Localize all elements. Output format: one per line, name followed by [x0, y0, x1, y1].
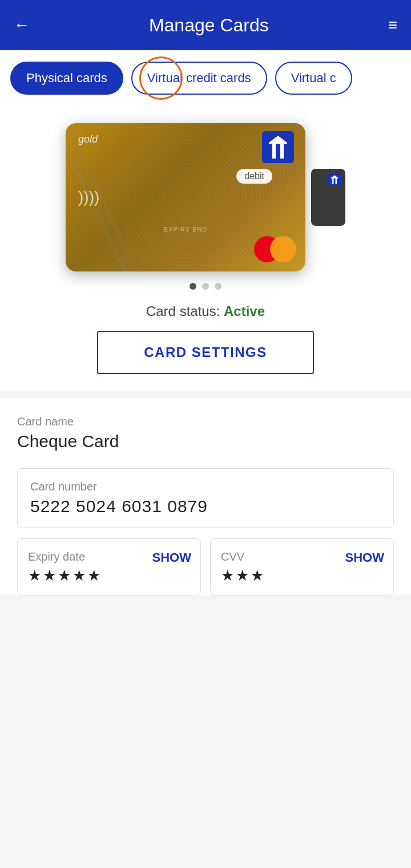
cvv-masked-value: ★★★	[221, 567, 383, 585]
card-number-field: Card number 5222 5024 6031 0879	[17, 468, 394, 528]
tab-physical-cards[interactable]: Physical cards	[10, 62, 123, 95]
page-title: Manage Cards	[149, 15, 269, 36]
card-details: Card name Cheque Card Card number 5222 5…	[0, 398, 411, 595]
menu-icon[interactable]: ≡	[388, 16, 397, 34]
cvv-show-button[interactable]: SHOW	[345, 550, 384, 565]
tab-virtual-credit-cards[interactable]: Virtual credit cards	[131, 62, 267, 95]
dot-1	[190, 283, 196, 290]
dot-3	[215, 283, 221, 290]
bottom-row: Expiry date SHOW ★★★★★ CVV SHOW ★★★	[17, 538, 394, 595]
tab-bar: Physical cards Virtual credit cards Virt…	[0, 50, 411, 106]
nfc-icon: ))))	[78, 188, 99, 206]
card-number-label: Card number	[30, 480, 381, 493]
expiry-masked-value: ★★★★★	[28, 567, 190, 585]
virtual-tab-wrapper: Virtual credit cards	[131, 62, 267, 95]
card-name-label: Card name	[17, 415, 394, 428]
card-debit-badge: debit	[236, 169, 272, 184]
card-name-value: Cheque Card	[17, 432, 394, 451]
expiry-date-field: Expiry date SHOW ★★★★★	[17, 538, 201, 595]
card-number-value: 5222 5024 6031 0879	[30, 497, 381, 516]
card-expiry-placeholder: EXPIRY END	[164, 226, 207, 233]
card-name-field: Card name Cheque Card	[17, 415, 394, 451]
card-status-row: Card status: Active	[146, 303, 265, 319]
header: ← Manage Cards ≡	[0, 0, 411, 50]
card-carousel: gold )))) debit EXPIRY END	[0, 123, 411, 271]
next-card-logo	[328, 173, 341, 186]
cvv-field: CVV SHOW ★★★	[210, 538, 394, 595]
card-next-thumb	[311, 169, 345, 226]
mastercard-orange-circle	[270, 236, 296, 262]
card-type-label: gold	[78, 133, 98, 145]
card-status-label: Card status:	[146, 303, 220, 319]
card-area: gold )))) debit EXPIRY END	[0, 106, 411, 391]
card-visual: gold )))) debit EXPIRY END	[66, 123, 305, 271]
back-button[interactable]: ←	[14, 16, 30, 34]
bank-logo	[262, 131, 294, 163]
card-status-value: Active	[224, 303, 265, 319]
expiry-show-button[interactable]: SHOW	[152, 550, 191, 565]
card-settings-button[interactable]: CARD SETTINGS	[97, 331, 314, 374]
dot-2	[202, 283, 209, 290]
tab-virtual-other[interactable]: Virtual c	[275, 62, 352, 95]
mastercard-logo	[254, 236, 296, 262]
carousel-dots	[190, 283, 221, 290]
